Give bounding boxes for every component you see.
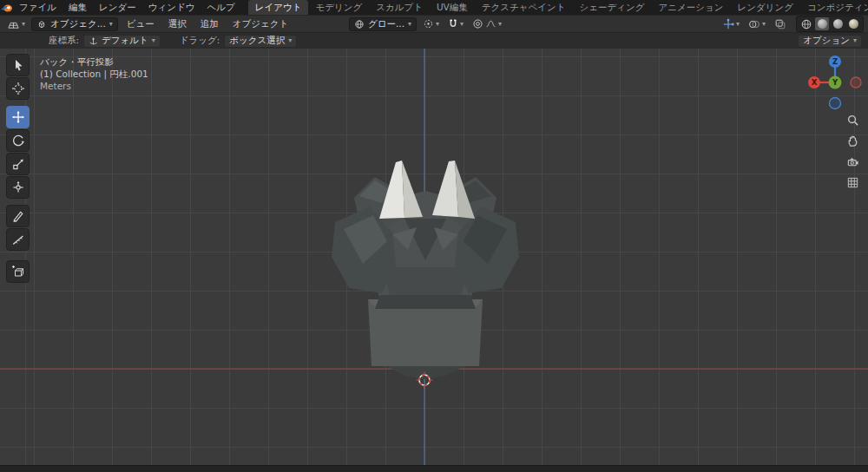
tool-add-cube[interactable] bbox=[6, 260, 30, 283]
transform-tool-icon bbox=[11, 180, 25, 194]
select-arrow-icon bbox=[11, 58, 25, 72]
menu-render[interactable]: レンダー bbox=[93, 2, 142, 14]
tool-scale[interactable] bbox=[6, 153, 30, 175]
pan-button[interactable] bbox=[844, 132, 861, 149]
menu-edit[interactable]: 編集 bbox=[62, 2, 93, 14]
tab-uv-editing[interactable]: UV編集 bbox=[430, 0, 475, 15]
globe-icon bbox=[354, 19, 365, 30]
caret-down-icon: ▾ bbox=[109, 21, 113, 28]
show-overlays-toggle[interactable]: ▾ bbox=[746, 17, 768, 31]
viewport-3d[interactable]: バック・平行投影 (1) Collection | 円柱.001 Meters bbox=[0, 49, 868, 465]
hand-icon bbox=[846, 134, 859, 148]
proportional-editing-toggle[interactable]: ▾ bbox=[470, 17, 504, 30]
axis-neg-z-ball[interactable] bbox=[830, 98, 841, 109]
shading-wireframe-button[interactable] bbox=[799, 17, 813, 30]
rotate-tool-icon bbox=[11, 134, 25, 148]
object-mode-icon bbox=[36, 19, 47, 30]
show-gizmo-toggle[interactable]: ▾ bbox=[720, 17, 742, 31]
tool-cursor[interactable] bbox=[6, 77, 30, 100]
caret-down-icon: ▾ bbox=[762, 21, 766, 28]
mode-label: オブジェク... bbox=[50, 18, 106, 30]
tab-animation[interactable]: アニメーション bbox=[652, 0, 731, 15]
header-left-group: ▾ オブジェク... ▾ ビュー 選択 追加 オブジェクト bbox=[4, 16, 293, 31]
tab-modeling[interactable]: モデリング bbox=[308, 0, 369, 15]
rendered-sphere-icon bbox=[849, 19, 858, 29]
caret-down-icon: ▾ bbox=[408, 21, 411, 28]
add-cube-icon bbox=[11, 265, 25, 279]
shading-material-button[interactable] bbox=[831, 17, 845, 30]
menu-select[interactable]: 選択 bbox=[163, 18, 192, 30]
xray-icon bbox=[774, 18, 786, 30]
coord-system-dropdown[interactable]: デフォルト ▾ bbox=[83, 35, 161, 48]
tab-sculpting[interactable]: スカルプト bbox=[369, 0, 430, 15]
tool-select-box[interactable] bbox=[6, 54, 30, 76]
menu-view[interactable]: ビュー bbox=[122, 18, 160, 30]
axis-neg-x-ball[interactable] bbox=[851, 77, 861, 88]
viewport-shading-group bbox=[796, 16, 864, 32]
ortho-toggle-button[interactable] bbox=[844, 174, 861, 191]
shading-rendered-button[interactable] bbox=[846, 17, 860, 30]
axis-y-ball[interactable]: Y bbox=[829, 76, 842, 89]
tool-settings-bar: 座標系: デフォルト ▾ ドラッグ: ボックス選択 ▾ オプション ▾ bbox=[0, 32, 868, 49]
status-bar bbox=[0, 465, 868, 472]
menu-window[interactable]: ウィンドウ bbox=[142, 2, 201, 14]
mode-dropdown[interactable]: オブジェク... ▾ bbox=[31, 17, 118, 31]
zoom-button[interactable] bbox=[844, 111, 861, 128]
menu-file[interactable]: ファイル bbox=[13, 2, 62, 14]
proportional-circle-icon bbox=[472, 18, 483, 30]
coord-system-value: デフォルト bbox=[102, 35, 148, 47]
axis-x-ball[interactable]: X bbox=[808, 76, 820, 88]
axis-y-label: Y bbox=[832, 78, 838, 87]
tab-shading[interactable]: シェーディング bbox=[573, 0, 652, 15]
tool-transform[interactable] bbox=[6, 176, 30, 199]
caret-down-icon: ▾ bbox=[853, 37, 857, 44]
gizmo-toggle-icon bbox=[722, 18, 734, 30]
caret-down-icon: ▾ bbox=[460, 21, 464, 28]
caret-down-icon: ▾ bbox=[498, 21, 502, 28]
tab-rendering[interactable]: レンダリング bbox=[730, 0, 799, 15]
viewport-header: ▾ オブジェク... ▾ ビュー 選択 追加 オブジェクト グロー bbox=[0, 15, 868, 32]
navigation-gizmo[interactable]: Z X Y bbox=[807, 55, 863, 110]
tool-annotate[interactable] bbox=[6, 205, 30, 227]
tab-compositing[interactable]: コンポジティング bbox=[800, 0, 868, 15]
tab-layout[interactable]: レイアウト bbox=[248, 0, 309, 15]
axis-z-ball[interactable]: Z bbox=[829, 56, 841, 68]
options-dropdown[interactable]: オプション ▾ bbox=[798, 35, 862, 48]
material-sphere-icon bbox=[833, 19, 843, 29]
caret-down-icon: ▾ bbox=[22, 21, 25, 28]
editor-type-button[interactable]: ▾ bbox=[4, 16, 28, 31]
measure-ruler-icon bbox=[11, 233, 25, 246]
shading-solid-button[interactable] bbox=[815, 17, 829, 30]
workspace-tabs: レイアウト モデリング スカルプト UV編集 テクスチャペイント シェーディング… bbox=[248, 0, 868, 15]
header-right-group: ▾ ▾ bbox=[720, 16, 868, 32]
caret-down-icon: ▾ bbox=[288, 37, 292, 44]
tool-rotate[interactable] bbox=[6, 129, 30, 152]
transform-orientation-dropdown[interactable]: グロー... ▾ bbox=[349, 17, 417, 31]
model-object[interactable] bbox=[332, 161, 519, 379]
blender-window: ファイル 編集 レンダー ウィンドウ ヘルプ レイアウト モデリング スカルプト… bbox=[0, 0, 868, 472]
grid-icon bbox=[846, 176, 859, 189]
falloff-curve-icon bbox=[485, 18, 496, 30]
caret-down-icon: ▾ bbox=[152, 37, 155, 44]
xray-toggle[interactable] bbox=[772, 17, 789, 31]
pivot-point-dropdown[interactable]: ▾ bbox=[420, 17, 442, 30]
pivot-point-icon bbox=[423, 18, 434, 30]
viewport-info-text: バック・平行投影 (1) Collection | 円柱.001 Meters bbox=[40, 56, 148, 92]
drag-mode-dropdown[interactable]: ボックス選択 ▾ bbox=[224, 35, 297, 48]
scale-tool-icon bbox=[11, 157, 25, 171]
tab-texture-paint[interactable]: テクスチャペイント bbox=[475, 0, 573, 15]
viewport-side-controls bbox=[844, 111, 861, 191]
snap-toggle[interactable]: ▾ bbox=[445, 17, 466, 30]
tool-move[interactable] bbox=[6, 106, 30, 128]
camera-view-button[interactable] bbox=[844, 153, 861, 170]
coord-system-label: 座標系: bbox=[49, 35, 79, 47]
tool-measure[interactable] bbox=[6, 228, 30, 251]
caret-down-icon: ▾ bbox=[736, 21, 740, 28]
active-collection-label: (1) Collection | 円柱.001 bbox=[40, 68, 148, 80]
menu-help[interactable]: ヘルプ bbox=[201, 2, 240, 14]
view-orientation-label: バック・平行投影 bbox=[40, 56, 148, 68]
menu-object[interactable]: オブジェクト bbox=[227, 18, 293, 30]
blender-logo-icon[interactable] bbox=[0, 3, 13, 13]
solid-sphere-icon bbox=[818, 19, 827, 29]
menu-add[interactable]: 追加 bbox=[195, 18, 224, 30]
